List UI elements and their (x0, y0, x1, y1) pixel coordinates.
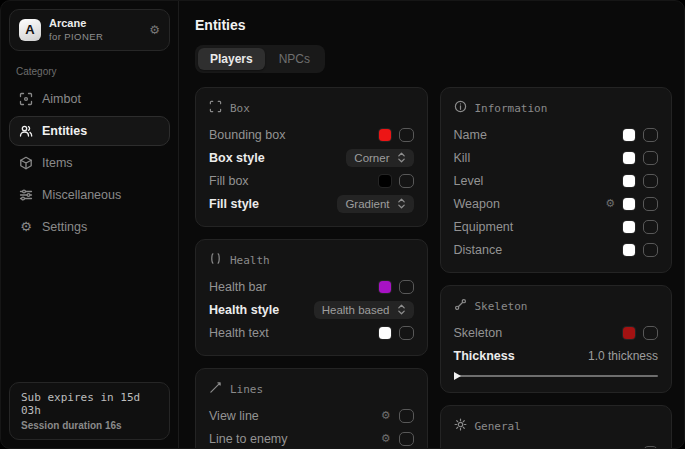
sidebar-item-entities[interactable]: Entities (9, 116, 170, 146)
sidebar-item-label: Miscellaneous (42, 188, 121, 202)
box-style-dropdown[interactable]: Corner (346, 149, 413, 167)
color-swatch[interactable] (623, 221, 635, 233)
panel-information: Information Name Kill (440, 87, 673, 273)
subscription-card: Sub expires in 15d 03h Session duration … (9, 382, 170, 440)
checkbox[interactable] (643, 197, 658, 211)
checkbox[interactable] (399, 326, 414, 340)
thickness-value: 1.0 thickness (588, 349, 658, 363)
sidebar-nav: Aimbot Entities Items Miscellaneous (9, 84, 170, 242)
sidebar-spacer (9, 242, 170, 382)
sidebar-item-settings[interactable]: ⚙ Settings (9, 212, 170, 242)
checkbox[interactable] (399, 432, 414, 446)
color-swatch[interactable] (623, 244, 635, 256)
setting-row-skeleton: Skeleton (454, 321, 659, 344)
panel-title: General (475, 420, 521, 433)
aimbot-crosshair-icon (19, 92, 33, 106)
setting-row-line-to-enemy: Line to enemy ⚙ (209, 427, 414, 448)
brand-card: A Arcane for PIONER ⚙ (9, 9, 170, 51)
checkbox[interactable] (643, 151, 658, 165)
panel-title: Health (230, 254, 270, 267)
checkbox[interactable] (643, 220, 658, 234)
gear-icon[interactable]: ⚙ (381, 410, 391, 421)
setting-label: Health style (209, 303, 279, 317)
brand-text: Arcane for PIONER (49, 17, 103, 43)
checkbox[interactable] (399, 174, 414, 188)
tab-npcs[interactable]: NPCs (267, 48, 322, 70)
setting-label: Weapon (454, 197, 500, 211)
items-package-icon (19, 156, 33, 170)
color-swatch[interactable] (623, 152, 635, 164)
setting-label: Equipment (454, 220, 514, 234)
bone-icon (454, 298, 467, 314)
color-swatch[interactable] (379, 129, 391, 141)
setting-row-bounding-box: Bounding box (209, 123, 414, 146)
gear-icon[interactable]: ⚙ (605, 198, 615, 209)
setting-label: Visibility check (454, 446, 535, 449)
sidebar-item-label: Items (42, 156, 73, 170)
setting-label: Bounding box (209, 128, 285, 142)
sidebar-item-label: Aimbot (42, 92, 81, 106)
checkbox[interactable] (399, 280, 414, 294)
checkbox[interactable] (399, 409, 414, 423)
gear-icon[interactable]: ⚙ (381, 433, 391, 444)
setting-label: Distance (454, 243, 503, 257)
setting-label: Health text (209, 326, 269, 340)
setting-label: View line (209, 409, 259, 423)
setting-row-view-line: View line ⚙ (209, 404, 414, 427)
setting-row-name: Name (454, 123, 659, 146)
panel-box-header: Box (209, 100, 414, 116)
page-title: Entities (195, 17, 672, 33)
info-circle-icon (454, 100, 467, 116)
checkbox[interactable] (643, 326, 658, 340)
sidebar-item-miscellaneous[interactable]: Miscellaneous (9, 180, 170, 210)
setting-label: Level (454, 174, 484, 188)
right-column: Information Name Kill (440, 87, 673, 448)
setting-row-health-text: Health text (209, 321, 414, 344)
health-style-dropdown[interactable]: Health based (314, 301, 414, 319)
brand-subtitle: for PIONER (49, 31, 103, 43)
color-swatch[interactable] (623, 129, 635, 141)
dropdown-value: Health based (322, 304, 390, 316)
tab-players[interactable]: Players (198, 48, 265, 70)
color-swatch[interactable] (379, 175, 391, 187)
panel-box: Box Bounding box Box style Corne (195, 87, 428, 227)
panel-title: Lines (230, 383, 263, 396)
checkbox[interactable] (643, 243, 658, 257)
setting-row-equipment: Equipment (454, 215, 659, 238)
setting-label: Name (454, 128, 487, 142)
color-swatch[interactable] (623, 327, 635, 339)
panel-title: Box (230, 102, 250, 115)
panel-health: Health Health bar Health style H (195, 239, 428, 356)
health-brackets-icon (209, 252, 222, 268)
setting-row-box-style: Box style Corner (209, 146, 414, 169)
gear-icon[interactable]: ⚙ (149, 23, 160, 37)
gear-icon[interactable]: ⚙ (625, 447, 635, 448)
color-swatch[interactable] (379, 281, 391, 293)
sub-expiry-text: Sub expires in 15d 03h (21, 391, 158, 417)
fill-style-dropdown[interactable]: Gradient (337, 195, 413, 213)
setting-row-level: Level (454, 169, 659, 192)
thickness-slider[interactable] (454, 371, 659, 381)
corner-brackets-icon (209, 100, 222, 116)
checkbox[interactable] (399, 128, 414, 142)
setting-row-health-bar: Health bar (209, 275, 414, 298)
checkbox[interactable] (643, 446, 658, 449)
panel-columns: Box Bounding box Box style Corne (195, 87, 672, 448)
color-swatch[interactable] (379, 327, 391, 339)
panel-lines-header: Lines (209, 381, 414, 397)
setting-label: Kill (454, 151, 471, 165)
sidebar-item-aimbot[interactable]: Aimbot (9, 84, 170, 114)
sidebar-item-label: Entities (42, 124, 87, 138)
slider-thumb[interactable] (454, 372, 461, 380)
session-duration-text: Session duration 16s (21, 420, 158, 431)
panel-title: Skeleton (475, 300, 528, 313)
color-swatch[interactable] (623, 198, 635, 210)
panel-general: General Visibility check ⚙ Max distance … (440, 405, 673, 448)
setting-row-kill: Kill (454, 146, 659, 169)
checkbox[interactable] (643, 128, 658, 142)
checkbox[interactable] (643, 174, 658, 188)
color-swatch[interactable] (623, 175, 635, 187)
sidebar-item-items[interactable]: Items (9, 148, 170, 178)
setting-row-distance: Distance (454, 238, 659, 261)
setting-row-weapon: Weapon ⚙ (454, 192, 659, 215)
